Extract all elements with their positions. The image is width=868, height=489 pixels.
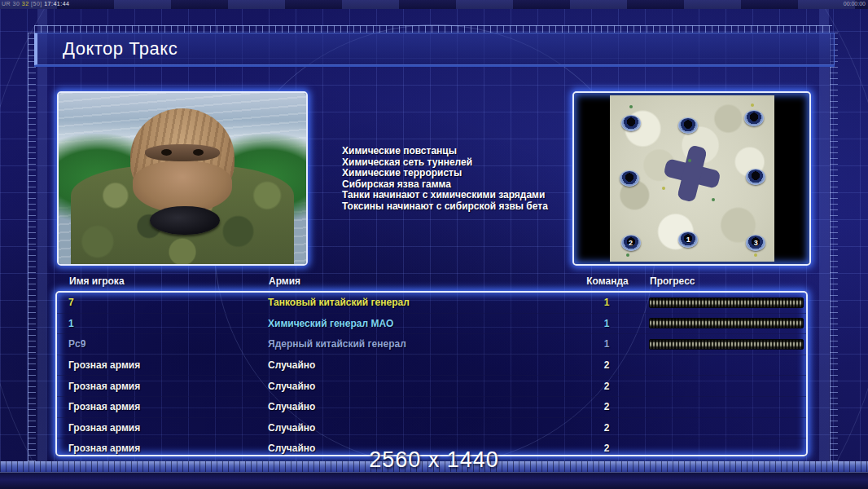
loading-screen: UR 30 32 [50] 17:41:44 00:00:00 Доктор Т… — [0, 0, 868, 489]
player-army: Случайно — [268, 359, 578, 371]
right-ruler — [830, 33, 838, 461]
game-timer: 00:00:00 — [844, 0, 866, 8]
portrait-face-wrap — [133, 161, 232, 213]
player-row: Грозная армия Случайно 2 — [57, 418, 806, 439]
spawn-marker — [744, 110, 764, 126]
player-row: 7 Танковый китайский генерал 1 — [57, 293, 806, 314]
player-team: 1 — [578, 338, 635, 350]
player-army: Химический генерал МАО — [268, 318, 578, 329]
fps-value: 32 — [22, 1, 29, 7]
fps-prefix: UR 30 — [2, 1, 20, 7]
player-team: 2 — [578, 422, 635, 434]
player-army: Случайно — [268, 381, 578, 392]
briefing-line: Сибирская язва гамма — [342, 179, 548, 191]
map-dot — [754, 253, 757, 257]
map-title-bar: Доктор Тракс — [34, 33, 835, 65]
player-name: Грозная армия — [57, 422, 268, 434]
spawn-marker-1: 1 — [678, 231, 698, 248]
progress-bar — [649, 339, 804, 350]
player-row: Грозная армия Случайно 2 — [57, 397, 806, 418]
progress-bar — [649, 297, 804, 308]
faction-briefing-list: Химические повстанцы Химическая сеть тун… — [342, 146, 548, 213]
header-player-name: Имя игрока — [58, 275, 269, 290]
player-row: 1 Химический генерал МАО 1 — [57, 314, 806, 335]
map-dot — [712, 198, 715, 201]
player-name: Pc9 — [57, 338, 268, 350]
portrait-eye-left — [161, 149, 172, 156]
bg-band-left — [37, 0, 47, 489]
header-army: Армия — [269, 275, 579, 290]
general-portrait-frame — [57, 91, 308, 266]
map-dot — [751, 104, 754, 107]
fps-bracket: [50] — [31, 1, 42, 7]
left-ruler — [28, 33, 36, 461]
clock-value: 17:41:44 — [44, 1, 69, 7]
spawn-marker — [620, 170, 639, 187]
portrait-eye-right — [193, 149, 204, 156]
spawn-marker — [678, 117, 698, 134]
spawn-marker — [746, 169, 765, 185]
player-name: 7 — [57, 297, 268, 308]
spawn-marker — [621, 115, 641, 131]
spawn-marker-3: 3 — [746, 235, 765, 251]
briefing-line: Токсины начинают с сибирской язвы бета — [342, 201, 548, 213]
player-table-header: Имя игрока Армия Команда Прогресс — [58, 275, 808, 290]
map-dot — [662, 187, 665, 190]
spawn-marker-2: 2 — [621, 235, 641, 251]
player-name: 1 — [57, 318, 268, 329]
player-army: Случайно — [268, 422, 578, 434]
map-title: Доктор Тракс — [63, 38, 178, 59]
bg-band-right — [819, 0, 829, 489]
briefing-line: Танки начинают с химическими зарядами — [342, 190, 548, 201]
player-team: 2 — [578, 401, 635, 412]
player-row: Грозная армия Случайно 2 — [57, 376, 806, 397]
progress-bar — [649, 318, 804, 328]
player-army: Ядерный китайский генерал — [268, 338, 578, 350]
player-row: Грозная армия Случайно 2 — [57, 355, 806, 377]
general-portrait-image — [59, 93, 306, 264]
player-team: 2 — [578, 381, 635, 392]
fps-overlay: UR 30 32 [50] 17:41:44 — [2, 0, 69, 8]
player-team: 1 — [578, 318, 635, 329]
player-team: 1 — [578, 297, 635, 308]
briefing-line: Химическая сеть туннелей — [342, 157, 548, 169]
portrait-eyes-band — [145, 144, 219, 161]
map-dot — [626, 253, 629, 257]
top-overlay-bar: UR 30 32 [50] 17:41:44 00:00:00 — [0, 0, 868, 9]
map-dot — [629, 105, 633, 108]
briefing-line: Химические террористы — [342, 168, 548, 179]
bottom-bar — [0, 472, 868, 489]
player-army: Танковый китайский генерал — [268, 297, 578, 308]
map-preview: 2 1 3 — [610, 95, 774, 262]
header-progress: Прогресс — [650, 275, 804, 290]
player-name: Грозная армия — [57, 359, 268, 371]
map-preview-frame: 2 1 3 — [572, 91, 811, 266]
player-army: Случайно — [268, 401, 578, 412]
player-name: Грозная армия — [57, 381, 268, 392]
player-row: Pc9 Ядерный китайский генерал 1 — [57, 334, 806, 355]
briefing-line: Химические повстанцы — [342, 146, 548, 157]
player-name: Грозная армия — [57, 401, 268, 412]
resolution-overlay: 2560 x 1440 — [0, 447, 868, 473]
portrait-goggles — [150, 206, 219, 236]
header-team: Команда — [579, 275, 636, 290]
player-table: 7 Танковый китайский генерал 1 1 Химичес… — [55, 291, 808, 456]
player-team: 2 — [578, 359, 635, 371]
